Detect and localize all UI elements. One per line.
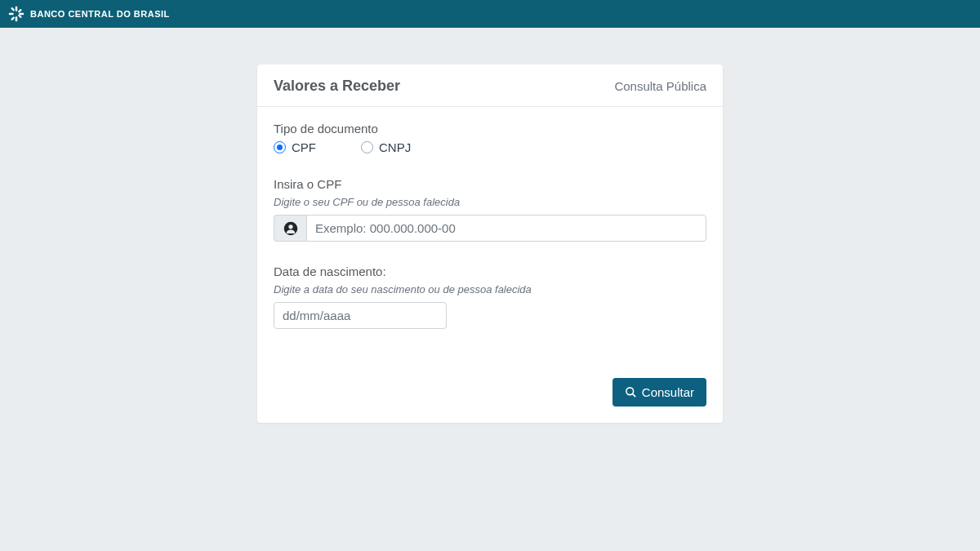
- cpf-input-group: [274, 215, 706, 242]
- svg-rect-6: [18, 9, 22, 13]
- card-title: Valores a Receber: [274, 78, 400, 95]
- cpf-hint: Digite o seu CPF ou de pessoa falecida: [274, 196, 706, 208]
- card-header: Valores a Receber Consulta Pública: [257, 64, 723, 107]
- radio-circle-icon: [361, 141, 373, 153]
- card-body: Tipo de documento CPF CNPJ Insira o CPF …: [257, 107, 723, 423]
- cpf-label: Insira o CPF: [274, 177, 706, 191]
- card-subtitle: Consulta Pública: [614, 79, 706, 93]
- form-card: Valores a Receber Consulta Pública Tipo …: [257, 64, 723, 423]
- svg-point-9: [288, 224, 292, 229]
- radio-cnpj[interactable]: CNPJ: [361, 140, 411, 154]
- bcb-logo-icon: [8, 6, 24, 22]
- svg-point-10: [626, 388, 634, 395]
- doc-type-label: Tipo de documento: [274, 122, 706, 136]
- svg-line-11: [632, 393, 635, 397]
- birthdate-hint: Digite a data do seu nascimento ou de pe…: [274, 283, 706, 295]
- birthdate-label: Data de nascimento:: [274, 264, 706, 278]
- cpf-input-addon: [274, 215, 306, 242]
- radio-cnpj-label: CNPJ: [379, 140, 411, 154]
- svg-rect-0: [16, 7, 18, 11]
- radio-circle-icon: [274, 141, 286, 153]
- consultar-button-label: Consultar: [642, 385, 694, 399]
- brand-text: BANCO CENTRAL DO BRASIL: [30, 9, 170, 19]
- person-icon: [283, 221, 298, 236]
- svg-rect-2: [9, 13, 14, 16]
- main-container: Valores a Receber Consulta Pública Tipo …: [0, 28, 980, 423]
- radio-cpf-label: CPF: [292, 140, 316, 154]
- radio-cpf[interactable]: CPF: [274, 140, 316, 154]
- svg-rect-4: [11, 7, 15, 11]
- cpf-input[interactable]: [306, 215, 706, 242]
- button-row: Consultar: [274, 378, 706, 407]
- birthdate-field-block: Data de nascimento: Digite a data do seu…: [274, 264, 706, 329]
- doc-type-radio-group: CPF CNPJ: [274, 140, 706, 154]
- birthdate-input[interactable]: [274, 302, 447, 329]
- radio-dot-icon: [277, 144, 283, 150]
- consultar-button[interactable]: Consultar: [612, 378, 706, 407]
- cpf-field-block: Insira o CPF Digite o seu CPF ou de pess…: [274, 177, 706, 242]
- svg-rect-7: [11, 16, 15, 20]
- bcb-logo: BANCO CENTRAL DO BRASIL: [8, 6, 170, 22]
- svg-rect-1: [16, 16, 18, 21]
- svg-rect-3: [19, 13, 24, 16]
- search-icon: [625, 386, 637, 398]
- top-bar: BANCO CENTRAL DO BRASIL: [0, 0, 980, 28]
